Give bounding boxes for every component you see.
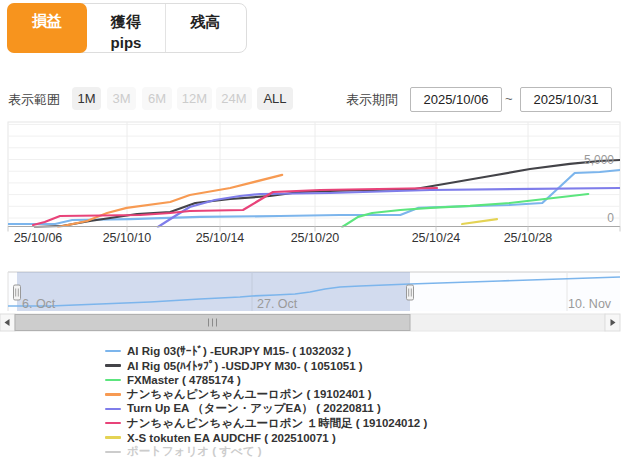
legend-item-3[interactable]: ナンちゃんピンちゃんユーロポン ( 19102401 ) bbox=[105, 387, 427, 401]
legend-marker-icon bbox=[105, 379, 121, 382]
legend-item-1[interactable]: AI Rig 05(ﾊｲﾄｯﾌﾟ) -USDJPY M30- ( 1051051… bbox=[105, 358, 427, 372]
navigator-date-label: 6. Oct bbox=[22, 297, 56, 311]
x-axis-label: 25/10/06 bbox=[14, 231, 63, 245]
legend-item-6[interactable]: X-S tokuten EA AUDCHF ( 202510071 ) bbox=[105, 430, 427, 444]
legend-label: X-S tokuten EA AUDCHF ( 202510071 ) bbox=[127, 432, 336, 444]
legend-label: Turn Up EA （ターン・アップEA） ( 20220811 ) bbox=[127, 401, 381, 416]
legend-label: AI Rig 05(ﾊｲﾄｯﾌﾟ) -USDJPY M30- ( 1051051… bbox=[127, 360, 363, 372]
legend-marker-icon bbox=[105, 364, 121, 367]
x-axis-label: 25/10/10 bbox=[103, 231, 152, 245]
series-line-2 bbox=[342, 194, 588, 227]
app-window: 損益 獲得 pips 残高 表示範囲 1M3M6M12M24MALL 表示期間 … bbox=[0, 0, 627, 463]
navigator-left-handle[interactable] bbox=[14, 285, 21, 300]
navigator-date-label: 27. Oct bbox=[257, 297, 298, 311]
y-axis-label: 5,000 bbox=[584, 153, 614, 167]
legend-item-2[interactable]: FXMaster ( 4785174 ) bbox=[105, 373, 427, 387]
legend-label: AI Rig 03(ｻｰﾄﾞ) -EURJPY M15- ( 1032032 ) bbox=[127, 345, 351, 357]
legend-item-7[interactable]: ポートフォリオ ( すべて ) bbox=[105, 445, 427, 459]
x-axis-label: 25/10/14 bbox=[196, 231, 245, 245]
x-axis-label: 25/10/24 bbox=[412, 231, 461, 245]
chart-canvas: 25/10/0625/10/1025/10/1425/10/2025/10/24… bbox=[0, 0, 627, 340]
legend-marker-icon bbox=[105, 436, 121, 439]
x-axis-label: 25/10/28 bbox=[504, 231, 553, 245]
legend-marker-icon bbox=[105, 422, 121, 425]
y-axis-label: 0 bbox=[607, 211, 614, 225]
navigator-date-label: 10. Nov bbox=[568, 297, 612, 311]
legend-item-5[interactable]: ナンちゃんピンちゃんユーロポン １時間足 ( 191024012 ) bbox=[105, 416, 427, 430]
legend-label: ポートフォリオ ( すべて ) bbox=[127, 444, 262, 459]
legend-marker-icon bbox=[105, 451, 121, 454]
legend-marker-icon bbox=[105, 408, 121, 411]
legend-marker-icon bbox=[105, 350, 121, 353]
chart-legend: AI Rig 03(ｻｰﾄﾞ) -EURJPY M15- ( 1032032 )… bbox=[105, 344, 427, 459]
legend-item-4[interactable]: Turn Up EA （ターン・アップEA） ( 20220811 ) bbox=[105, 402, 427, 416]
legend-item-0[interactable]: AI Rig 03(ｻｰﾄﾞ) -EURJPY M15- ( 1032032 ) bbox=[105, 344, 427, 358]
navigator-right-handle[interactable] bbox=[407, 285, 414, 300]
series-line-6 bbox=[462, 219, 497, 224]
x-axis-label: 25/10/20 bbox=[291, 231, 340, 245]
legend-label: ナンちゃんピンちゃんユーロポン １時間足 ( 191024012 ) bbox=[127, 416, 427, 431]
legend-marker-icon bbox=[105, 393, 121, 396]
legend-label: FXMaster ( 4785174 ) bbox=[127, 374, 241, 386]
legend-label: ナンちゃんピンちゃんユーロポン ( 19102401 ) bbox=[127, 387, 372, 402]
